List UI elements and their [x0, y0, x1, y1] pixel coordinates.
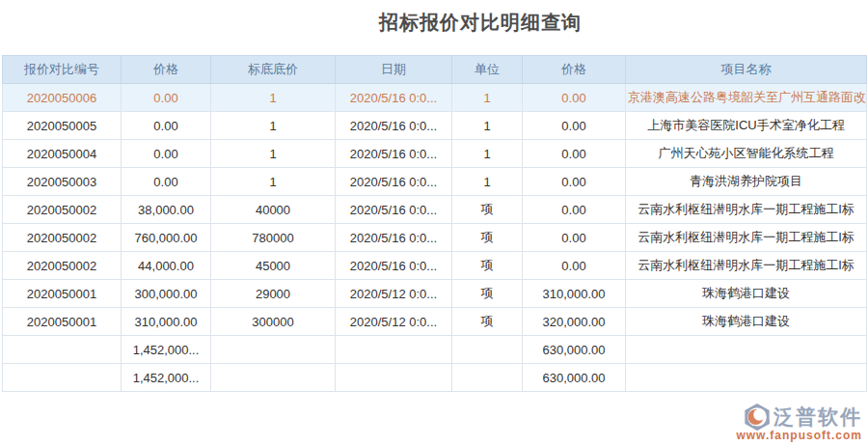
- table-row[interactable]: 2020050001310,000.003000002020/5/12 0:0.…: [3, 308, 867, 336]
- date-cell: 2020/5/12 0:0...: [336, 308, 452, 336]
- quote-id-link[interactable]: 2020050005: [3, 112, 122, 140]
- col-header-price: 价格: [122, 56, 211, 84]
- base-price-cell: 300000: [211, 308, 336, 336]
- base-price-cell: 29000: [211, 280, 336, 308]
- project-name-link[interactable]: 珠海鹤港口建设: [626, 280, 867, 308]
- total-price-2-cell: 630,000.00: [523, 364, 626, 392]
- price-2-cell: 0.00: [523, 112, 626, 140]
- price-2-cell: 0.00: [523, 196, 626, 224]
- quote-id-link[interactable]: 2020050003: [3, 168, 122, 196]
- quote-id-link[interactable]: 2020050002: [3, 196, 122, 224]
- quote-id-link[interactable]: 2020050001: [3, 308, 122, 336]
- unit-cell: 项: [452, 196, 523, 224]
- quote-id-link[interactable]: 2020050001: [3, 280, 122, 308]
- total-price-cell: 1,452,000...: [122, 336, 211, 364]
- price-2-cell: 0.00: [523, 140, 626, 168]
- brand-name: 泛普软件: [773, 404, 862, 431]
- col-header-base-price: 标底底价: [211, 56, 336, 84]
- price-cell: 44,000.00: [122, 252, 211, 280]
- price-cell: 310,000.00: [122, 308, 211, 336]
- base-price-cell: 1: [211, 84, 336, 112]
- table-row[interactable]: 202005000244,000.00450002020/5/16 0:0...…: [3, 252, 867, 280]
- date-cell: 2020/5/16 0:0...: [336, 252, 452, 280]
- total-row: 1,452,000...630,000.00: [3, 364, 867, 392]
- base-price-cell: 40000: [211, 196, 336, 224]
- brand-url: www.fanpusoft.com: [736, 429, 862, 442]
- unit-cell: 1: [452, 112, 523, 140]
- base-price-cell: 1: [211, 140, 336, 168]
- project-name-link[interactable]: 上海市美容医院ICU手术室净化工程: [626, 112, 867, 140]
- price-cell: 0.00: [122, 140, 211, 168]
- date-cell: 2020/5/12 0:0...: [336, 280, 452, 308]
- unit-cell: 项: [452, 280, 523, 308]
- total-empty-cell: [336, 336, 452, 364]
- price-2-cell: 0.00: [523, 84, 626, 112]
- price-cell: 0.00: [122, 84, 211, 112]
- fanpu-logo-icon: [743, 403, 772, 432]
- price-2-cell: 0.00: [523, 252, 626, 280]
- price-cell: 760,000.00: [122, 224, 211, 252]
- date-cell: 2020/5/16 0:0...: [336, 196, 452, 224]
- base-price-cell: 1: [211, 168, 336, 196]
- price-cell: 0.00: [122, 112, 211, 140]
- table-row[interactable]: 2020050001300,000.00290002020/5/12 0:0..…: [3, 280, 867, 308]
- total-price-cell: 1,452,000...: [122, 364, 211, 392]
- total-empty-cell: [3, 364, 122, 392]
- base-price-cell: 45000: [211, 252, 336, 280]
- quote-id-link[interactable]: 2020050002: [3, 224, 122, 252]
- total-price-2-cell: 630,000.00: [523, 336, 626, 364]
- project-name-link[interactable]: 京港澳高速公路粤境韶关至广州互通路面改: [626, 84, 867, 112]
- total-row: 1,452,000...630,000.00: [3, 336, 867, 364]
- unit-cell: 项: [452, 308, 523, 336]
- base-price-cell: 780000: [211, 224, 336, 252]
- table-header-row: 报价对比编号 价格 标底底价 日期 单位 价格 项目名称: [3, 56, 867, 84]
- total-empty-cell: [211, 364, 336, 392]
- col-header-project-name: 项目名称: [626, 56, 867, 84]
- project-name-link[interactable]: 云南水利枢纽潜明水库一期工程施工I标: [626, 252, 867, 280]
- price-cell: 38,000.00: [122, 196, 211, 224]
- unit-cell: 1: [452, 140, 523, 168]
- date-cell: 2020/5/16 0:0...: [336, 112, 452, 140]
- table-row[interactable]: 20200500030.0012020/5/16 0:0...10.00青海洪湖…: [3, 168, 867, 196]
- price-cell: 0.00: [122, 168, 211, 196]
- quote-id-link[interactable]: 2020050004: [3, 140, 122, 168]
- total-empty-cell: [452, 336, 523, 364]
- col-header-date: 日期: [336, 56, 452, 84]
- col-header-unit: 单位: [452, 56, 523, 84]
- date-cell: 2020/5/16 0:0...: [336, 168, 452, 196]
- quote-id-link[interactable]: 2020050006: [3, 84, 122, 112]
- col-header-quote-id: 报价对比编号: [3, 56, 122, 84]
- unit-cell: 项: [452, 252, 523, 280]
- unit-cell: 1: [452, 84, 523, 112]
- col-header-price-2: 价格: [523, 56, 626, 84]
- price-2-cell: 320,000.00: [523, 308, 626, 336]
- project-name-link[interactable]: 青海洪湖养护院项目: [626, 168, 867, 196]
- page-title: 招标报价对比明细查询: [0, 10, 868, 36]
- total-empty-cell: [626, 336, 867, 364]
- price-2-cell: 0.00: [523, 224, 626, 252]
- table-row[interactable]: 20200500040.0012020/5/16 0:0...10.00广州天心…: [3, 140, 867, 168]
- date-cell: 2020/5/16 0:0...: [336, 140, 452, 168]
- price-2-cell: 0.00: [523, 168, 626, 196]
- date-cell: 2020/5/16 0:0...: [336, 224, 452, 252]
- table-row[interactable]: 20200500060.0012020/5/16 0:0...10.00京港澳高…: [3, 84, 867, 112]
- quote-comparison-table: 报价对比编号 价格 标底底价 日期 单位 价格 项目名称 20200500060…: [2, 55, 867, 392]
- total-empty-cell: [3, 336, 122, 364]
- project-name-link[interactable]: 广州天心苑小区智能化系统工程: [626, 140, 867, 168]
- unit-cell: 1: [452, 168, 523, 196]
- footer-brand: 泛普软件 www.fanpusoft.com: [736, 403, 862, 442]
- total-empty-cell: [626, 364, 867, 392]
- total-empty-cell: [452, 364, 523, 392]
- table-row[interactable]: 202005000238,000.00400002020/5/16 0:0...…: [3, 196, 867, 224]
- table-row[interactable]: 2020050002760,000.007800002020/5/16 0:0.…: [3, 224, 867, 252]
- project-name-link[interactable]: 珠海鹤港口建设: [626, 308, 867, 336]
- price-2-cell: 310,000.00: [523, 280, 626, 308]
- quote-id-link[interactable]: 2020050002: [3, 252, 122, 280]
- project-name-link[interactable]: 云南水利枢纽潜明水库一期工程施工I标: [626, 224, 867, 252]
- total-empty-cell: [211, 336, 336, 364]
- unit-cell: 项: [452, 224, 523, 252]
- table-row[interactable]: 20200500050.0012020/5/16 0:0...10.00上海市美…: [3, 112, 867, 140]
- base-price-cell: 1: [211, 112, 336, 140]
- project-name-link[interactable]: 云南水利枢纽潜明水库一期工程施工I标: [626, 196, 867, 224]
- total-empty-cell: [336, 364, 452, 392]
